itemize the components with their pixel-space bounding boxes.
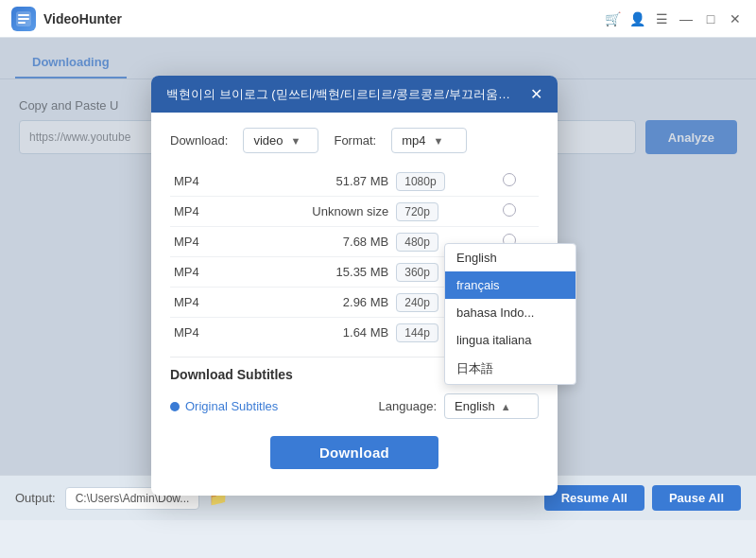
language-value: English bbox=[455, 399, 495, 413]
format-radio[interactable] bbox=[499, 166, 539, 197]
format-select-arrow: ▼ bbox=[434, 135, 444, 147]
download-button[interactable]: Download bbox=[270, 436, 438, 469]
table-row: MP4 Unknown size 720p bbox=[170, 197, 539, 227]
title-bar: VideoHunter 🛒 👤 ☰ — □ ✕ bbox=[0, 0, 756, 38]
format-quality: 1080p bbox=[392, 166, 499, 197]
modal-close-button[interactable]: ✕ bbox=[530, 85, 542, 103]
maximize-icon[interactable]: □ bbox=[701, 9, 720, 28]
subtitle-row: Original Subtitles Language: English ▲ E… bbox=[170, 393, 539, 419]
modal-header: 백현이의 브이로그 (믿쓰티/백현/티르티르/콩르콩르/부끄러움은나의... ✕ bbox=[151, 76, 558, 113]
language-option[interactable]: English bbox=[445, 244, 576, 271]
app-logo bbox=[11, 7, 36, 31]
format-size: 2.96 MB bbox=[232, 288, 392, 318]
table-row: MP4 51.87 MB 1080p bbox=[170, 166, 539, 197]
modal-title: 백현이의 브이로그 (믿쓰티/백현/티르티르/콩르콩르/부끄러움은나의... bbox=[166, 86, 516, 103]
options-row: Download: video ▼ Format: mp4 ▼ bbox=[170, 128, 539, 153]
original-subtitles[interactable]: Original Subtitles bbox=[170, 399, 278, 413]
main-area: Downloading Copy and Paste U Analyze 백현이… bbox=[0, 38, 756, 520]
language-dropdown: Englishfrançaisbahasa Indo...lingua ital… bbox=[444, 243, 576, 385]
download-modal: 백현이의 브이로그 (믿쓰티/백현/티르티르/콩르콩르/부끄러움은나의... ✕… bbox=[151, 76, 558, 496]
cart-icon[interactable]: 🛒 bbox=[603, 9, 622, 28]
user-icon[interactable]: 👤 bbox=[627, 9, 646, 28]
format-label: Format: bbox=[334, 133, 376, 148]
app-title: VideoHunter bbox=[43, 11, 122, 26]
language-option[interactable]: lingua italiana bbox=[445, 326, 576, 354]
download-select-arrow: ▼ bbox=[291, 135, 301, 147]
minimize-icon[interactable]: — bbox=[677, 9, 696, 28]
format-size: 1.64 MB bbox=[232, 318, 392, 348]
resume-all-button[interactable]: Resume All bbox=[544, 485, 644, 511]
download-btn-wrap: Download bbox=[170, 436, 539, 469]
format-type: MP4 bbox=[170, 227, 232, 257]
format-type: MP4 bbox=[170, 197, 232, 227]
modal-body: Download: video ▼ Format: mp4 ▼ MP4 51.8… bbox=[151, 113, 558, 469]
original-subtitles-label: Original Subtitles bbox=[185, 399, 278, 413]
output-label: Output: bbox=[15, 491, 56, 505]
format-radio[interactable] bbox=[499, 197, 539, 227]
format-select[interactable]: mp4 ▼ bbox=[391, 128, 467, 153]
format-size: 15.35 MB bbox=[232, 257, 392, 288]
bottom-buttons: Resume All Pause All bbox=[544, 485, 741, 511]
format-size: 7.68 MB bbox=[232, 227, 392, 257]
language-row: Language: English ▲ Englishfrançaisbahas… bbox=[379, 393, 539, 419]
subtitle-dot bbox=[170, 402, 180, 411]
download-label: Download: bbox=[170, 133, 228, 148]
menu-icon[interactable]: ☰ bbox=[652, 9, 671, 28]
close-icon[interactable]: ✕ bbox=[726, 9, 745, 28]
window-controls: 🛒 👤 ☰ — □ ✕ bbox=[603, 9, 745, 28]
format-size: Unknown size bbox=[232, 197, 392, 227]
language-label: Language: bbox=[379, 399, 437, 413]
pause-all-button[interactable]: Pause All bbox=[652, 485, 741, 511]
format-type: MP4 bbox=[170, 166, 232, 197]
language-option[interactable]: bahasa Indo... bbox=[445, 299, 576, 326]
language-option[interactable]: français bbox=[445, 271, 576, 299]
language-option[interactable]: 日本語 bbox=[445, 354, 576, 384]
format-type: MP4 bbox=[170, 318, 232, 348]
format-quality: 720p bbox=[392, 197, 499, 227]
download-type-select[interactable]: video ▼ bbox=[243, 128, 318, 153]
language-arrow-icon: ▲ bbox=[501, 401, 511, 412]
language-dropdown-wrap: English ▲ Englishfrançaisbahasa Indo...l… bbox=[444, 393, 539, 419]
language-select-button[interactable]: English ▲ bbox=[444, 393, 539, 419]
format-type: MP4 bbox=[170, 288, 232, 318]
format-size: 51.87 MB bbox=[232, 166, 392, 197]
format-type: MP4 bbox=[170, 257, 232, 288]
